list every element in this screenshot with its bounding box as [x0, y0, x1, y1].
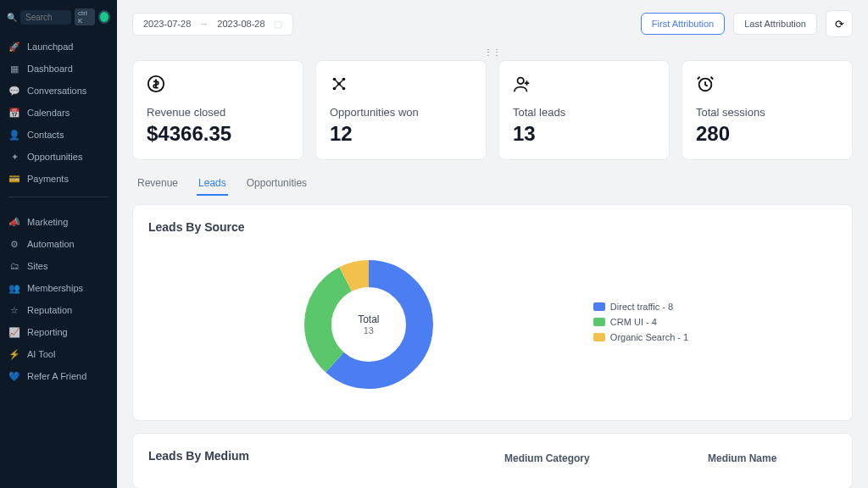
- sidebar-item-label: Contacts: [27, 130, 64, 140]
- calendars-icon: 📅: [8, 107, 20, 119]
- card-value: $4366.35: [147, 122, 289, 146]
- nav-divider: [8, 197, 108, 197]
- card-label: Opportunities won: [330, 106, 472, 119]
- launchpad-icon: 🚀: [8, 41, 20, 53]
- donut-center-value: 13: [364, 325, 374, 336]
- search-kbd: ctrl K: [75, 8, 95, 25]
- sidebar-item-memberships[interactable]: 👥Memberships: [0, 277, 117, 299]
- clock-icon: [696, 75, 838, 97]
- donut-chart: Total 13: [297, 252, 441, 396]
- svg-point-6: [518, 78, 524, 84]
- chart-legend: Direct traffic - 8CRM UI - 4Organic Sear…: [593, 302, 688, 347]
- sidebar-item-automation[interactable]: ⚙Automation: [0, 233, 117, 255]
- network-icon: [330, 75, 472, 97]
- leads-by-source-panel: Leads By Source Total 13 Direct traffic …: [132, 204, 853, 421]
- card-value: 13: [513, 122, 655, 146]
- main-content: 2023-07-28 → 2023-08-28 ▢ First Attribut…: [117, 0, 868, 488]
- leads-by-medium-panel: Leads By Medium Medium Category Medium N…: [132, 433, 853, 488]
- card-value: 280: [696, 122, 838, 146]
- stats-cards: Revenue closed $4366.35 Opportunities wo…: [132, 60, 853, 160]
- search-icon: 🔍: [7, 13, 17, 22]
- sidebar-item-dashboard[interactable]: ▦Dashboard: [0, 58, 117, 80]
- conversations-icon: 💬: [8, 85, 20, 97]
- sidebar-item-label: Opportunities: [27, 152, 82, 162]
- column-header: Medium Category: [504, 452, 657, 464]
- sidebar-item-label: Memberships: [27, 283, 83, 293]
- legend-swatch: [593, 302, 605, 311]
- stat-card-total-sessions: Total sessions 280: [682, 60, 853, 160]
- sidebar-item-calendars[interactable]: 📅Calendars: [0, 102, 117, 124]
- search-input[interactable]: [20, 10, 71, 25]
- sidebar-item-label: AI Tool: [27, 349, 55, 359]
- calendar-icon: ▢: [274, 19, 282, 30]
- topbar: 2023-07-28 → 2023-08-28 ▢ First Attribut…: [132, 10, 853, 37]
- tab-revenue[interactable]: Revenue: [136, 172, 180, 196]
- panel-title: Leads By Medium: [148, 449, 470, 463]
- column-header: Medium Name: [708, 452, 860, 464]
- panel-title: Leads By Source: [148, 220, 837, 234]
- legend-item: Direct traffic - 8: [593, 302, 688, 312]
- sidebar-item-label: Calendars: [27, 108, 70, 118]
- search-bar: 🔍 ctrl K: [0, 5, 117, 29]
- tabs: RevenueLeadsOpportunities: [132, 172, 853, 196]
- date-from: 2023-07-28: [143, 19, 191, 29]
- donut-center-label: Total: [358, 313, 379, 325]
- sidebar-item-contacts[interactable]: 👤Contacts: [0, 124, 117, 146]
- sites-icon: 🗂: [8, 260, 20, 272]
- sidebar-item-sites[interactable]: 🗂Sites: [0, 255, 117, 277]
- legend-swatch: [593, 333, 605, 341]
- date-to: 2023-08-28: [217, 19, 264, 29]
- sidebar-item-launchpad[interactable]: 🚀Launchpad: [0, 36, 117, 58]
- dollar-icon: [147, 75, 289, 97]
- refer-a-friend-icon: 💙: [8, 370, 20, 382]
- reputation-icon: ☆: [8, 304, 20, 316]
- legend-label: Organic Search - 1: [610, 332, 688, 342]
- sidebar-item-refer-a-friend[interactable]: 💙Refer A Friend: [0, 365, 117, 387]
- legend-label: Direct traffic - 8: [610, 302, 673, 312]
- sidebar-item-label: Reputation: [27, 305, 72, 315]
- table-header: Medium Category Medium Name Leads: [504, 449, 868, 468]
- sidebar-item-label: Sites: [27, 261, 47, 271]
- sidebar-item-label: Dashboard: [27, 64, 73, 74]
- tab-leads[interactable]: Leads: [197, 172, 228, 196]
- drag-handle-icon[interactable]: ⋮⋮: [132, 47, 853, 57]
- dashboard-icon: ▦: [8, 63, 20, 75]
- date-range-picker[interactable]: 2023-07-28 → 2023-08-28 ▢: [132, 13, 293, 36]
- sidebar-item-payments[interactable]: 💳Payments: [0, 168, 117, 190]
- memberships-icon: 👥: [8, 282, 20, 294]
- refresh-icon: ⟳: [835, 18, 844, 30]
- card-label: Total sessions: [696, 106, 838, 119]
- sidebar-item-label: Refer A Friend: [27, 371, 86, 381]
- person-icon: [513, 75, 655, 97]
- stat-card-revenue-closed: Revenue closed $4366.35: [132, 60, 303, 160]
- sidebar-item-conversations[interactable]: 💬Conversations: [0, 80, 117, 102]
- ai-tool-icon: ⚡: [8, 348, 20, 360]
- card-label: Revenue closed: [147, 106, 289, 119]
- reporting-icon: 📈: [8, 326, 20, 338]
- sidebar-item-ai-tool[interactable]: ⚡AI Tool: [0, 343, 117, 365]
- sidebar-item-opportunities[interactable]: ✦Opportunities: [0, 146, 117, 168]
- last-attribution-button[interactable]: Last Attribution: [733, 13, 817, 35]
- contacts-icon: 👤: [8, 129, 20, 141]
- card-value: 12: [330, 122, 472, 146]
- refresh-button[interactable]: ⟳: [826, 10, 853, 37]
- first-attribution-button[interactable]: First Attribution: [641, 13, 725, 35]
- stat-card-total-leads: Total leads 13: [498, 60, 670, 160]
- payments-icon: 💳: [8, 173, 20, 185]
- sidebar-item-marketing[interactable]: 📣Marketing: [0, 211, 117, 233]
- sidebar-item-reputation[interactable]: ☆Reputation: [0, 299, 117, 321]
- avatar[interactable]: [98, 10, 110, 24]
- sidebar: 🔍 ctrl K 🚀Launchpad▦Dashboard💬Conversati…: [0, 0, 117, 488]
- legend-item: Organic Search - 1: [593, 332, 688, 342]
- legend-item: CRM UI - 4: [593, 317, 688, 327]
- marketing-icon: 📣: [8, 216, 20, 228]
- sidebar-item-label: Conversations: [27, 86, 86, 96]
- stat-card-opportunities-won: Opportunities won 12: [315, 60, 487, 160]
- opportunities-icon: ✦: [8, 151, 20, 163]
- legend-label: CRM UI - 4: [610, 317, 657, 327]
- card-label: Total leads: [513, 106, 655, 119]
- tab-opportunities[interactable]: Opportunities: [245, 172, 309, 196]
- arrow-right-icon: →: [199, 19, 209, 29]
- sidebar-item-label: Launchpad: [27, 42, 73, 52]
- sidebar-item-reporting[interactable]: 📈Reporting: [0, 321, 117, 343]
